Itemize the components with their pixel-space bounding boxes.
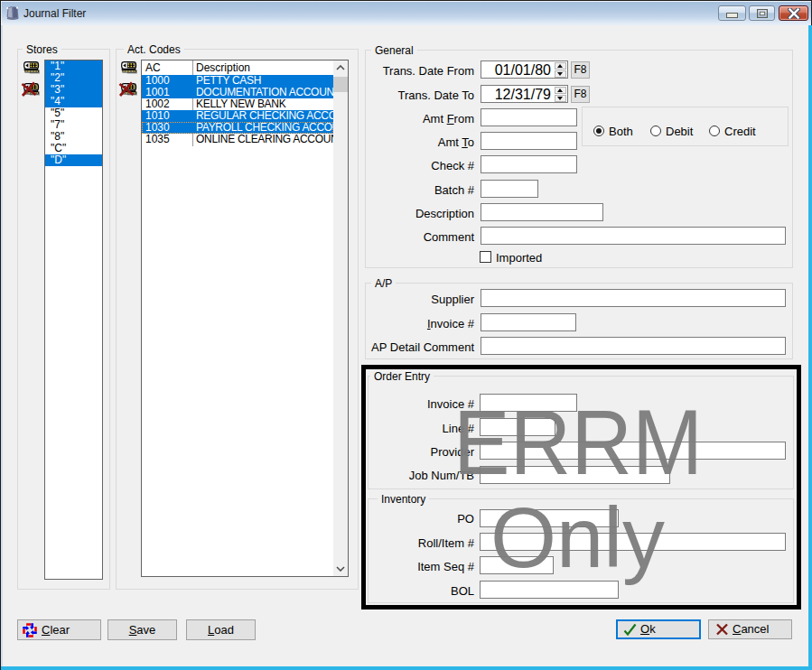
svg-text:ERRM: ERRM — [453, 391, 703, 494]
svg-text:Only: Only — [490, 490, 665, 585]
